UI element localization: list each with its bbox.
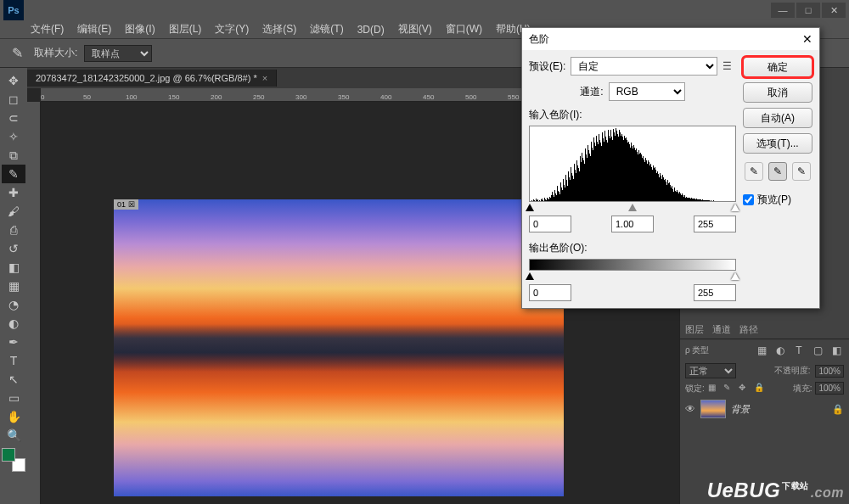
menu-select[interactable]: 选择(S) (257, 20, 301, 38)
input-levels-label: 输入色阶(I): (529, 108, 736, 122)
minimize-button[interactable]: — (771, 3, 795, 18)
preset-menu-icon[interactable]: ☰ (722, 60, 736, 72)
color-swatches[interactable] (2, 448, 25, 472)
maximize-button[interactable]: □ (796, 3, 820, 18)
opacity-label: 不透明度: (774, 365, 811, 377)
document-tab[interactable]: 20783472_181242325000_2.jpg @ 66.7%(RGB/… (27, 70, 277, 87)
menu-window[interactable]: 窗口(W) (441, 20, 487, 38)
eyedropper-icon[interactable]: ✎ (7, 43, 27, 64)
document-image[interactable] (114, 199, 564, 496)
input-black-field[interactable] (529, 216, 571, 232)
blend-mode-select[interactable]: 正常 (685, 363, 736, 378)
menu-view[interactable]: 视图(V) (393, 20, 437, 38)
heal-tool[interactable]: ✚ (2, 183, 25, 202)
eyedropper-tool[interactable]: ✎ (2, 165, 25, 183)
filter-type-label[interactable]: ρ 类型 (685, 344, 709, 356)
input-sliders[interactable] (529, 204, 736, 214)
dialog-close-icon[interactable]: ✕ (802, 32, 812, 46)
lasso-tool[interactable]: ⊂ (2, 109, 25, 127)
menu-layer[interactable]: 图层(L) (164, 20, 207, 38)
black-point-slider[interactable] (526, 204, 534, 211)
slice-badge: 01 ☒ (114, 199, 138, 210)
output-white-field[interactable] (694, 284, 736, 301)
pen-tool[interactable]: ✒ (2, 333, 25, 351)
menu-file[interactable]: 文件(F) (25, 20, 69, 38)
output-white-slider[interactable] (731, 272, 739, 280)
foreground-color-swatch[interactable] (2, 448, 15, 462)
filter-smart-icon[interactable]: ◧ (829, 343, 844, 358)
menu-type[interactable]: 文字(Y) (210, 20, 254, 38)
toolbox: ✥ ◻ ⊂ ✧ ⧉ ✎ ✚ 🖌 ⎙ ↺ ◧ ▦ ◔ ◐ ✒ T ↖ ▭ ✋ 🔍 (0, 68, 27, 504)
lock-paint-icon[interactable]: ✎ (723, 383, 735, 395)
zoom-tool[interactable]: 🔍 (2, 426, 25, 445)
dodge-tool[interactable]: ◐ (2, 314, 25, 333)
gradient-tool[interactable]: ▦ (2, 277, 25, 295)
channel-label: 通道: (580, 85, 603, 99)
white-point-slider[interactable] (731, 204, 739, 211)
channel-select[interactable]: RGB (609, 82, 685, 101)
preset-label: 预设(E): (529, 59, 565, 74)
tab-paths[interactable]: 路径 (739, 323, 758, 336)
brush-tool[interactable]: 🖌 (2, 202, 25, 221)
output-black-field[interactable] (529, 284, 571, 301)
output-black-slider[interactable] (526, 272, 534, 280)
fill-label: 填充: (793, 383, 812, 395)
tab-channels[interactable]: 通道 (712, 323, 731, 336)
filter-shape-icon[interactable]: ▢ (810, 343, 825, 358)
white-eyedropper-icon[interactable]: ✎ (792, 162, 811, 181)
menu-filter[interactable]: 滤镜(T) (305, 20, 348, 38)
document-tab-title: 20783472_181242325000_2.jpg @ 66.7%(RGB/… (36, 73, 257, 83)
eraser-tool[interactable]: ◧ (2, 258, 25, 277)
input-white-field[interactable] (694, 216, 736, 232)
lock-label: 锁定: (685, 383, 705, 395)
sample-size-label: 取样大小: (34, 46, 77, 60)
filter-type-icon[interactable]: T (791, 343, 807, 358)
dialog-title: 色阶 (529, 32, 549, 47)
layer-thumbnail[interactable] (700, 400, 726, 418)
shape-tool[interactable]: ▭ (2, 389, 25, 407)
crop-tool[interactable]: ⧉ (2, 146, 25, 165)
output-sliders[interactable] (529, 272, 736, 283)
levels-dialog: 色阶 ✕ 预设(E): 自定 ☰ 通道: RGB 输入色阶(I): (521, 27, 820, 309)
preview-checkbox[interactable]: 预览(P) (743, 193, 812, 207)
opacity-value[interactable]: 100% (815, 365, 844, 378)
visibility-icon[interactable]: 👁 (685, 403, 695, 415)
lock-pos-icon[interactable]: ✥ (739, 383, 751, 395)
stamp-tool[interactable]: ⎙ (2, 221, 25, 239)
ok-button[interactable]: 确定 (743, 57, 812, 77)
preview-checkbox-input[interactable] (743, 194, 754, 205)
gray-eyedropper-icon[interactable]: ✎ (768, 162, 787, 181)
ps-logo: Ps (3, 0, 24, 20)
input-gamma-field[interactable] (611, 216, 654, 232)
preset-select[interactable]: 自定 (571, 57, 717, 76)
layer-row[interactable]: 👁 背景 🔒 (680, 396, 849, 422)
black-eyedropper-icon[interactable]: ✎ (745, 162, 763, 181)
filter-adjust-icon[interactable]: ◐ (773, 343, 788, 358)
move-tool[interactable]: ✥ (2, 71, 25, 90)
wand-tool[interactable]: ✧ (2, 127, 25, 146)
hand-tool[interactable]: ✋ (2, 407, 25, 426)
history-brush-tool[interactable]: ↺ (2, 239, 25, 258)
type-tool[interactable]: T (2, 351, 25, 370)
menu-edit[interactable]: 编辑(E) (72, 20, 116, 38)
sample-size-select[interactable]: 取样点 (84, 45, 152, 62)
marquee-tool[interactable]: ◻ (2, 90, 25, 109)
cancel-button[interactable]: 取消 (743, 82, 812, 103)
output-gradient (529, 259, 736, 271)
fill-value[interactable]: 100% (815, 382, 844, 395)
filter-pixel-icon[interactable]: ▦ (754, 343, 769, 358)
gamma-slider[interactable] (628, 204, 637, 211)
close-tab-icon[interactable]: × (262, 73, 267, 83)
auto-button[interactable]: 自动(A) (743, 108, 812, 128)
ruler-vertical (27, 102, 41, 504)
menu-3d[interactable]: 3D(D) (352, 22, 390, 37)
blur-tool[interactable]: ◔ (2, 295, 25, 314)
tab-layers[interactable]: 图层 (685, 323, 704, 336)
lock-trans-icon[interactable]: ▦ (708, 383, 720, 395)
path-tool[interactable]: ↖ (2, 370, 25, 389)
layer-name[interactable]: 背景 (731, 403, 750, 416)
options-button[interactable]: 选项(T)... (743, 133, 812, 154)
lock-all-icon[interactable]: 🔒 (754, 383, 766, 395)
close-window-button[interactable]: ✕ (822, 3, 846, 18)
menu-image[interactable]: 图像(I) (120, 20, 160, 38)
